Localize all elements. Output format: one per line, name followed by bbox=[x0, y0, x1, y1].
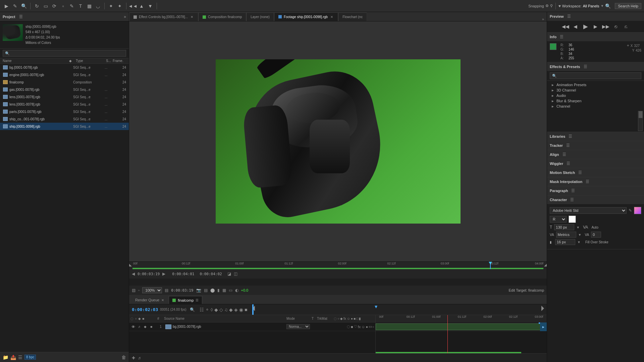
tl-refresh-icon[interactable]: ♫ bbox=[224, 307, 228, 312]
tree-item-blur-sharpen[interactable]: ► Blur & Sharpen bbox=[547, 98, 644, 104]
mask-interpolation-header[interactable]: Mask Interpolation ☰ bbox=[547, 177, 644, 186]
render-queue-close-icon[interactable]: ✕ bbox=[161, 298, 164, 302]
layer-fx-icon7[interactable]: ▭ bbox=[369, 324, 372, 329]
tl-track-ruler[interactable]: 00f 00:12f 01:00f 01:12f 02:00f 02:12f 0… bbox=[376, 315, 547, 322]
preview-next-frame-btn[interactable]: ▶ bbox=[592, 23, 599, 30]
layer-fx-icon6[interactable]: ● bbox=[366, 325, 368, 329]
wiggler-header[interactable]: Wiggler ☰ bbox=[547, 159, 644, 168]
timeline-timecode[interactable]: 0:00:02:03 bbox=[132, 307, 158, 312]
font-color-swatch[interactable] bbox=[634, 207, 641, 214]
new-folder-icon[interactable]: 📁 bbox=[3, 355, 8, 360]
layer-fx-icon2[interactable]: ■ bbox=[351, 325, 353, 329]
fill-color-swatch[interactable] bbox=[569, 216, 576, 223]
character-header[interactable]: Character ☰ bbox=[547, 195, 644, 204]
select-tool-icon[interactable]: ▶ bbox=[3, 2, 10, 10]
tl-effect-icon[interactable]: ◇ bbox=[219, 307, 223, 312]
layer-solo-icon[interactable]: ◆ bbox=[143, 324, 148, 329]
tab-layer[interactable]: Layer (none) bbox=[246, 12, 274, 21]
tl-solo-icon[interactable]: ☷ bbox=[200, 307, 204, 312]
preview-play-btn[interactable]: ▶ bbox=[582, 23, 589, 30]
libraries-header[interactable]: Libraries ☰ bbox=[547, 132, 644, 141]
play-up-icon[interactable]: ▲ bbox=[138, 2, 145, 10]
list-item[interactable]: ship.[0001-0098].rgb SGI Seq...e ... 24 bbox=[0, 123, 129, 130]
tab-close-icon[interactable]: ✕ bbox=[190, 15, 194, 19]
character-menu-icon[interactable]: ☰ bbox=[570, 197, 574, 202]
font-style-select[interactable]: R bbox=[550, 216, 567, 223]
align-header[interactable]: Align ☰ bbox=[547, 150, 644, 159]
play-down-icon[interactable]: ▼ bbox=[147, 2, 154, 10]
viewer-playhead[interactable] bbox=[490, 262, 491, 269]
project-panel-expand-icon[interactable]: » bbox=[124, 14, 126, 19]
layer-fx-icon4[interactable]: fx bbox=[358, 325, 361, 329]
layer-eye-icon[interactable]: 👁 bbox=[130, 324, 136, 329]
nav-next-icon[interactable]: ▶ bbox=[162, 272, 165, 276]
play-prev-icon[interactable]: ◄◄ bbox=[129, 2, 137, 10]
list-item[interactable]: engine.[0001-0078].rgb SGI Seq...e ... 2… bbox=[0, 71, 129, 78]
preview-last-frame-btn[interactable]: ▶▶ bbox=[602, 23, 609, 30]
align-menu-icon[interactable]: ☰ bbox=[562, 152, 566, 157]
layer-row[interactable]: 👁 ♬ ◆ ■ 1 bg.[0001-0078].rgb Norma... bbox=[129, 322, 375, 331]
range-start-marker[interactable] bbox=[129, 264, 132, 266]
tree-item-animation-presets[interactable]: ► Animation Presets bbox=[547, 82, 644, 87]
layer-fx-icon5[interactable]: ☺ bbox=[361, 325, 365, 329]
tab-overflow-icon[interactable]: » bbox=[539, 17, 547, 21]
layer-lock-icon[interactable]: ■ bbox=[149, 324, 154, 329]
project-search-input[interactable] bbox=[3, 50, 126, 57]
effects-search-input[interactable] bbox=[550, 72, 641, 79]
font-select[interactable]: Adobe Heiti Std bbox=[550, 207, 627, 214]
pen-tool-icon[interactable]: ✎ bbox=[68, 2, 75, 10]
undo-icon[interactable]: ↻ bbox=[33, 2, 41, 10]
tl-quality-icon[interactable]: ◆ bbox=[214, 307, 218, 312]
project-panel-menu-icon[interactable]: ☰ bbox=[19, 14, 23, 19]
brush-tool-icon[interactable]: ▦ bbox=[86, 2, 93, 10]
tab-composition[interactable]: Composition finalcomp bbox=[198, 12, 246, 21]
safe-areas-icon[interactable]: ▫ bbox=[138, 288, 140, 293]
list-item[interactable]: lens.[0001-0078].rgb SGI Seq...e ... 24 bbox=[0, 93, 129, 101]
tracker-menu-icon[interactable]: ☰ bbox=[566, 143, 570, 148]
grid-icon[interactable]: ▦ bbox=[222, 288, 226, 293]
list-item[interactable]: lens.[0001-0078].rgb SGI Seq...e ... 24 bbox=[0, 101, 129, 108]
rotate-tool-icon[interactable]: ⟳ bbox=[51, 2, 58, 10]
tl-adj-icon[interactable]: ◉ bbox=[239, 307, 243, 312]
tl-motion-icon[interactable]: ◈ bbox=[234, 307, 238, 312]
motion-sketch-menu-icon[interactable]: ☰ bbox=[578, 170, 582, 175]
tl-track-end-btn[interactable]: ► bbox=[540, 322, 547, 331]
new-comp-icon[interactable]: ☰ bbox=[18, 355, 22, 360]
clone-tool-icon[interactable]: ◡ bbox=[94, 2, 102, 10]
mode-select[interactable]: Norma... bbox=[286, 324, 310, 329]
timecode-display[interactable]: 0:00:03:19 bbox=[138, 272, 160, 276]
layer-mode-select[interactable]: Norma... bbox=[286, 324, 312, 329]
leading-input[interactable] bbox=[555, 239, 575, 245]
effects-scrollbar-thumb[interactable] bbox=[639, 111, 643, 118]
tl-marker-icon[interactable]: ◆ bbox=[229, 307, 233, 312]
list-item[interactable]: finalcomp Composition 24 bbox=[0, 78, 129, 86]
metrics-dropdown-icon[interactable]: ▼ bbox=[578, 233, 582, 237]
transparency-icon[interactable]: ◐ bbox=[235, 288, 238, 293]
nav-prev-icon[interactable]: ◀ bbox=[132, 272, 135, 276]
preview-quality-icon[interactable]: ▤ bbox=[165, 288, 168, 293]
channel-icon[interactable]: ▤ bbox=[204, 288, 208, 293]
layer-audio-icon[interactable]: ♬ bbox=[137, 324, 142, 329]
motion-sketch-header[interactable]: Motion Sketch ☰ bbox=[547, 168, 644, 177]
paragraph-header[interactable]: Paragraph ☰ bbox=[547, 186, 644, 195]
list-item[interactable]: bg.[0001-0078].rgb SGI Seq...e ... 24 bbox=[0, 64, 129, 71]
font-size-input[interactable] bbox=[554, 224, 574, 230]
preview-first-frame-btn[interactable]: ◀◀ bbox=[562, 23, 569, 30]
list-item[interactable]: parts.[0001-0078].rgb SGI Seq...e ... 24 bbox=[0, 108, 129, 115]
tl-3d-icon[interactable]: ■ bbox=[245, 307, 247, 312]
list-item[interactable]: gas.[0001-0078].rgb SGI Seq...e ... 24 bbox=[0, 86, 129, 93]
range-end-marker[interactable] bbox=[544, 264, 547, 266]
paragraph-menu-icon[interactable]: ☰ bbox=[571, 188, 575, 193]
snapshot-icon[interactable]: ◫ bbox=[234, 272, 237, 276]
size-dropdown-icon[interactable]: ▼ bbox=[576, 226, 580, 229]
tab-close-icon[interactable]: ✕ bbox=[330, 15, 334, 19]
toggle-mask-icon[interactable]: ▮ bbox=[217, 288, 220, 293]
tree-item-channel[interactable]: ► Channel bbox=[547, 104, 644, 109]
effects-menu-icon[interactable]: ☰ bbox=[584, 64, 587, 69]
zoom-tool-icon[interactable]: 🔍 bbox=[20, 2, 28, 10]
preview-audio-send-btn[interactable]: ⎋ bbox=[612, 23, 620, 30]
puppet2-tool-icon[interactable]: ✦ bbox=[116, 2, 123, 10]
tab-flowchart[interactable]: Flowchart (nc bbox=[338, 12, 367, 21]
add-layer-icon[interactable]: ✚ bbox=[132, 356, 135, 360]
libraries-menu-icon[interactable]: ☰ bbox=[569, 134, 572, 139]
